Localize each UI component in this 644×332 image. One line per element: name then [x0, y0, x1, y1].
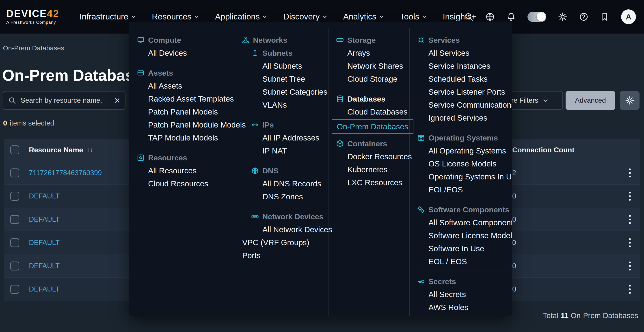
menu-item-service-listener-ports[interactable]: Service Listener Ports — [417, 85, 506, 98]
resource-link[interactable]: 7117261778463760399 — [29, 169, 102, 177]
row-actions-kebab[interactable] — [628, 284, 632, 295]
nav-resources[interactable]: Resources — [152, 12, 198, 21]
bell-icon[interactable] — [506, 12, 516, 21]
menu-item-subnet-categories[interactable]: Subnet Categories — [242, 85, 322, 98]
menu-item-patch-panel-module-models[interactable]: Patch Panel Module Models — [137, 118, 228, 131]
row-checkbox[interactable] — [10, 215, 19, 224]
menu-section-software-components[interactable]: Software Components — [417, 203, 506, 216]
help-icon[interactable] — [579, 12, 588, 21]
menu-item-all-assets[interactable]: All Assets — [137, 79, 228, 92]
menu-item-all-resources[interactable]: All Resources — [137, 164, 228, 177]
table-settings-button[interactable] — [620, 91, 640, 110]
device42-logo[interactable]: DEVICE42 A Freshworks Company — [6, 9, 60, 25]
row-checkbox[interactable] — [10, 285, 19, 294]
menu-item-network-shares[interactable]: Network Shares — [336, 59, 403, 72]
menu-item-os-license-models[interactable]: OS License Models — [417, 157, 506, 170]
menu-section-compute[interactable]: Compute — [137, 33, 228, 46]
row-actions-kebab[interactable] — [628, 167, 632, 179]
menu-section-operating-systems[interactable]: Operating Systems — [417, 131, 506, 144]
menu-item-all-devices[interactable]: All Devices — [137, 46, 228, 59]
nav-discovery[interactable]: Discovery — [283, 12, 326, 21]
search-icon[interactable] — [464, 12, 474, 21]
sort-icon[interactable]: ↑↓ — [87, 146, 93, 154]
menu-item-dns-zones[interactable]: DNS Zones — [242, 190, 322, 203]
menu-section-services[interactable]: Services — [417, 33, 506, 46]
menu-item-all-operating-systems[interactable]: All Operating Systems — [417, 144, 506, 157]
menu-item-scheduled-tasks[interactable]: Scheduled Tasks — [417, 72, 506, 85]
menu-item-all-subnets[interactable]: All Subnets — [242, 59, 322, 72]
row-checkbox[interactable] — [10, 238, 19, 247]
menu-item-all-services[interactable]: All Services — [417, 46, 506, 59]
nav-infrastructure[interactable]: Infrastructure — [80, 12, 135, 21]
select-all-checkbox[interactable] — [10, 146, 19, 154]
nav-applications[interactable]: Applications — [215, 12, 266, 21]
gear-icon[interactable] — [558, 12, 567, 21]
menu-section-network-devices[interactable]: Network Devices — [251, 210, 322, 223]
menu-section-storage[interactable]: Storage — [336, 33, 403, 46]
menu-section-title: DNS — [262, 166, 278, 175]
menu-item-patch-panel-models[interactable]: Patch Panel Models — [137, 105, 228, 118]
menu-item-ports[interactable]: Ports — [242, 249, 322, 262]
menu-section-assets[interactable]: Assets — [137, 66, 228, 79]
menu-item-all-network-devices[interactable]: All Network Devices — [242, 223, 322, 236]
menu-section-networks[interactable]: Networks — [242, 33, 322, 46]
menu-item-cloud-storage[interactable]: Cloud Storage — [336, 72, 403, 85]
theme-toggle[interactable] — [528, 12, 546, 22]
row-actions-kebab[interactable] — [628, 260, 632, 272]
search-input[interactable] — [20, 96, 110, 105]
menu-item-all-software-components[interactable]: All Software Components — [417, 216, 506, 229]
row-actions-kebab[interactable] — [628, 237, 632, 249]
menu-section-containers[interactable]: Containers — [336, 137, 403, 150]
menu-item-racked-asset-templates[interactable]: Racked Asset Templates — [137, 92, 228, 105]
menu-item-software-license-models[interactable]: Software License Models — [417, 229, 506, 242]
menu-item-ip-nat[interactable]: IP NAT — [242, 144, 322, 157]
row-checkbox[interactable] — [10, 168, 19, 177]
row-checkbox[interactable] — [10, 262, 19, 271]
menu-item-all-ip-addresses[interactable]: All IP Addresses — [242, 131, 322, 144]
menu-section-secrets[interactable]: Secrets — [417, 275, 506, 288]
menu-item-vpc-vrf-groups[interactable]: VPC (VRF Groups) — [242, 236, 322, 249]
menu-section-ips[interactable]: IPs — [251, 118, 322, 131]
nav-tools[interactable]: Tools — [400, 12, 426, 21]
advanced-button[interactable]: Advanced — [566, 91, 615, 110]
nav-analytics[interactable]: Analytics — [343, 12, 383, 21]
menu-section-subnets[interactable]: Subnets — [251, 46, 322, 59]
menu-item-kubernetes[interactable]: Kubernetes — [336, 163, 403, 176]
menu-item-eol-eos[interactable]: EOL/EOS — [417, 183, 506, 196]
resource-link[interactable]: DEFAULT — [29, 239, 60, 247]
menu-section-dns[interactable]: DNS — [251, 164, 322, 177]
menu-item-aws-roles[interactable]: AWS Roles — [417, 301, 506, 314]
row-actions-kebab[interactable] — [628, 190, 632, 202]
menu-item-on-prem-databases[interactable]: On-Prem Databases — [332, 119, 414, 134]
menu-item-cloud-databases[interactable]: Cloud Databases — [336, 105, 403, 118]
menu-item-eol-eos[interactable]: EOL / EOS — [417, 255, 506, 268]
menu-item-lxc-resources[interactable]: LXC Resources — [336, 176, 403, 189]
row-actions-kebab[interactable] — [628, 214, 632, 225]
user-avatar[interactable]: A — [621, 9, 636, 24]
resource-link[interactable]: DEFAULT — [29, 285, 60, 293]
globe-icon[interactable] — [485, 12, 495, 21]
menu-item-software-in-use[interactable]: Software In Use — [417, 242, 506, 255]
menu-item-service-instances[interactable]: Service Instances — [417, 59, 506, 72]
menu-item-arrays[interactable]: Arrays — [336, 46, 403, 59]
menu-section-resources[interactable]: Resources — [137, 151, 228, 164]
row-checkbox[interactable] — [10, 192, 19, 201]
chevron-down-icon — [379, 14, 384, 18]
clear-search-icon[interactable]: × — [114, 96, 120, 105]
menu-item-tap-module-models[interactable]: TAP Module Models — [137, 131, 228, 144]
menu-item-service-communications[interactable]: Service Communications — [417, 98, 506, 111]
connection-count-header[interactable]: Connection Count — [512, 146, 620, 154]
menu-item-vlans[interactable]: VLANs — [242, 98, 322, 111]
bookmark-icon[interactable] — [600, 12, 610, 21]
resource-link[interactable]: DEFAULT — [29, 215, 60, 223]
menu-item-docker-resources[interactable]: Docker Resources — [336, 150, 403, 163]
menu-section-databases[interactable]: Databases — [336, 92, 403, 105]
menu-item-operating-systems-in-use[interactable]: Operating Systems In Use — [417, 170, 506, 183]
resource-link[interactable]: DEFAULT — [29, 192, 60, 200]
menu-item-subnet-tree[interactable]: Subnet Tree — [242, 72, 322, 85]
resource-link[interactable]: DEFAULT — [29, 262, 60, 270]
menu-item-ignored-services[interactable]: Ignored Services — [417, 111, 506, 124]
menu-item-all-secrets[interactable]: All Secrets — [417, 288, 506, 301]
menu-item-cloud-resources[interactable]: Cloud Resources — [137, 177, 228, 190]
menu-item-all-dns-records[interactable]: All DNS Records — [242, 177, 322, 190]
